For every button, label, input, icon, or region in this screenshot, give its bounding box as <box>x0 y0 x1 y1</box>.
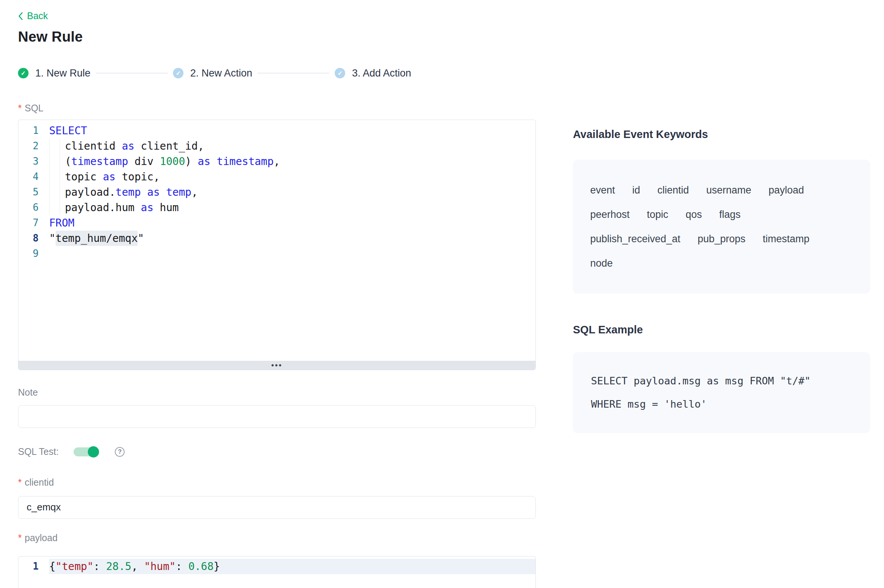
editor-resize-handle[interactable]: ••• <box>18 361 535 370</box>
back-link[interactable]: Back <box>18 10 48 21</box>
step-3-label: 3. Add Action <box>352 68 411 79</box>
code-content: (timestamp div 1000) as timestamp, <box>49 154 535 169</box>
clientid-input[interactable] <box>18 496 536 519</box>
step-1-label: 1. New Rule <box>35 68 90 79</box>
line-number: 3 <box>18 154 49 169</box>
page-title: New Rule <box>18 29 536 45</box>
sql-test-label: SQL Test: <box>18 446 59 457</box>
event-keyword: pub_props <box>698 232 746 245</box>
step-1-check-icon: ✓ <box>18 68 29 78</box>
code-line: 5payload.temp as temp, <box>18 184 535 200</box>
step-connector <box>257 73 329 74</box>
indent-guide <box>49 154 65 169</box>
line-number: 6 <box>18 200 49 215</box>
chevron-left-icon <box>18 12 23 21</box>
code-content: clientid as client_id, <box>49 138 535 154</box>
step-2-check-icon: ✓ <box>173 68 183 78</box>
code-line: 1{"temp": 28.5, "hum": 0.68} <box>18 559 535 574</box>
code-content: "temp_hum/emqx" <box>49 231 535 246</box>
code-line: 4topic as topic, <box>18 169 535 184</box>
keywords-title: Available Event Keywords <box>573 128 870 141</box>
event-keyword: event <box>590 184 615 196</box>
event-keyword: node <box>590 257 613 270</box>
sql-editor[interactable]: 1SELECT2clientid as client_id,3(timestam… <box>18 120 536 370</box>
event-keyword: flags <box>719 208 741 221</box>
keywords-box: eventidclientidusernamepayloadpeerhostto… <box>573 160 870 294</box>
help-icon[interactable]: ? <box>115 447 125 457</box>
line-number: 7 <box>18 215 49 231</box>
code-line: 3(timestamp div 1000) as timestamp, <box>18 154 535 169</box>
step-1: ✓ 1. New Rule <box>18 68 90 79</box>
code-line: 6payload.hum as hum <box>18 200 535 215</box>
toggle-knob <box>88 446 99 458</box>
indent-guide <box>49 200 65 215</box>
step-3-check-icon: ✓ <box>335 68 345 78</box>
note-field-label: Note <box>18 387 536 398</box>
required-asterisk: * <box>18 532 22 543</box>
sql-editor-lines: 1SELECT2clientid as client_id,3(timestam… <box>18 120 535 361</box>
line-number: 2 <box>18 138 49 154</box>
code-line: 8"temp_hum/emqx" <box>18 231 535 246</box>
event-keyword: id <box>632 184 640 196</box>
code-content: topic as topic, <box>49 169 535 184</box>
event-keyword: payload <box>768 184 804 196</box>
sql-test-toggle[interactable] <box>74 447 98 456</box>
line-number: 9 <box>18 246 49 261</box>
event-keyword: timestamp <box>763 232 810 245</box>
clientid-field-label: *clientid <box>18 477 536 488</box>
step-2: ✓ 2. New Action <box>173 68 252 79</box>
step-2-label: 2. New Action <box>190 68 252 79</box>
note-input[interactable] <box>18 405 536 428</box>
event-keyword: username <box>706 184 751 196</box>
code-content: {"temp": 28.5, "hum": 0.68} <box>49 559 535 574</box>
code-line: 1SELECT <box>18 123 535 138</box>
line-number: 1 <box>18 123 49 138</box>
sql-example-title: SQL Example <box>573 323 870 336</box>
code-content <box>49 246 535 261</box>
payload-field-label: *payload <box>18 532 536 543</box>
required-asterisk: * <box>18 103 22 113</box>
sql-example-line: SELECT payload.msg as msg FROM "t/#" <box>591 369 859 393</box>
back-label: Back <box>27 10 48 21</box>
keyword-row: node <box>590 257 853 270</box>
code-line: 2clientid as client_id, <box>18 138 535 154</box>
indent-guide <box>49 138 65 154</box>
main-column: Back New Rule ✓ 1. New Rule ✓ 2. New Act… <box>18 0 536 588</box>
code-line: 9 <box>18 246 535 261</box>
indent-guide <box>49 184 65 200</box>
code-content: FROM <box>49 215 535 231</box>
sql-field-label: *SQL <box>18 102 536 114</box>
code-content: payload.hum as hum <box>49 200 535 215</box>
line-number: 5 <box>18 184 49 200</box>
sql-test-row: SQL Test: ? <box>18 446 536 458</box>
payload-editor-lines: 1{"temp": 28.5, "hum": 0.68} <box>18 556 535 588</box>
code-content: payload.temp as temp, <box>49 184 535 200</box>
indent-guide <box>49 169 65 184</box>
event-keyword: peerhost <box>590 208 630 221</box>
line-number: 8 <box>18 231 49 246</box>
code-content: SELECT <box>49 123 535 138</box>
step-connector <box>96 73 168 74</box>
keyword-row: eventidclientidusernamepayload <box>590 184 853 196</box>
line-number: 1 <box>18 559 49 574</box>
sql-example-box: SELECT payload.msg as msg FROM "t/#" WHE… <box>573 352 870 433</box>
sql-example-line: WHERE msg = 'hello' <box>591 393 859 416</box>
event-keyword: publish_received_at <box>590 232 680 245</box>
step-indicator: ✓ 1. New Rule ✓ 2. New Action ✓ 3. Add A… <box>18 68 536 79</box>
required-asterisk: * <box>18 477 22 488</box>
line-number: 4 <box>18 169 49 184</box>
step-3: ✓ 3. Add Action <box>335 68 411 79</box>
code-line: 7FROM <box>18 215 535 231</box>
event-keyword: qos <box>686 208 702 221</box>
payload-editor[interactable]: 1{"temp": 28.5, "hum": 0.68} <box>18 556 536 588</box>
keyword-row: peerhosttopicqosflags <box>590 208 853 221</box>
help-panel: Available Event Keywords eventidclientid… <box>573 128 870 433</box>
keyword-row: publish_received_atpub_propstimestamp <box>590 232 853 245</box>
event-keyword: topic <box>647 208 668 221</box>
event-keyword: clientid <box>657 184 689 196</box>
